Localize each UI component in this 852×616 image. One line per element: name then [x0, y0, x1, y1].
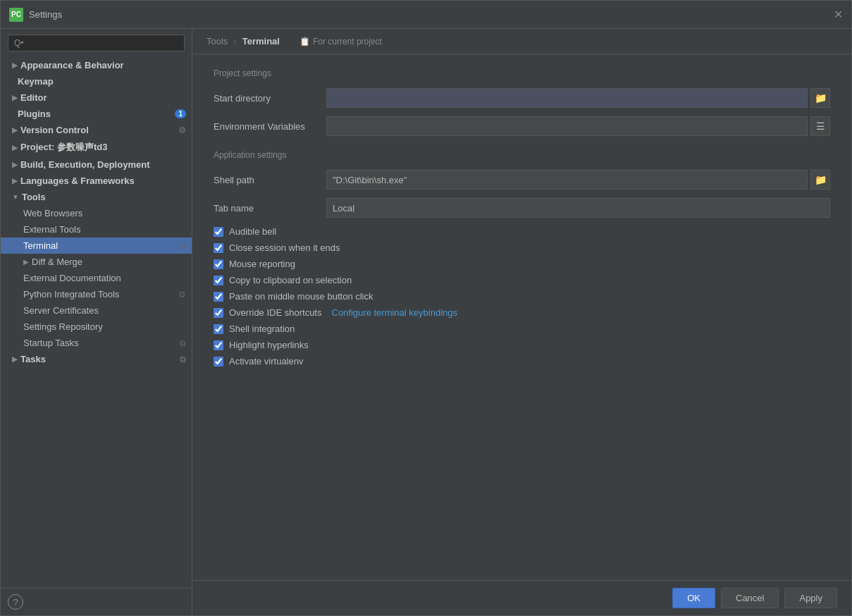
shell-path-browse-button[interactable]: 📁 — [810, 170, 830, 190]
app-icon: PC — [9, 8, 23, 22]
audible-bell-checkbox[interactable] — [214, 227, 223, 237]
start-directory-label: Start directory — [214, 93, 326, 104]
configure-keybindings-link[interactable]: Configure terminal keybindings — [332, 307, 457, 318]
sidebar-item-diff-merge[interactable]: ▶ Diff & Merge — [1, 254, 192, 270]
activate-virtualenv-checkbox[interactable] — [214, 357, 223, 366]
sidebar: Q• ▶ Appearance & Behavior Keymap ▶ Edit… — [1, 29, 192, 615]
search-input[interactable] — [27, 38, 178, 48]
breadcrumb: Tools › Terminal 📋 For current project — [192, 29, 851, 54]
sidebar-item-web-browsers[interactable]: Web Browsers — [1, 205, 192, 221]
arrow-icon: ▶ — [12, 94, 18, 101]
checkbox-close-session: Close session when it ends — [214, 242, 830, 253]
breadcrumb-separator: › — [233, 36, 236, 47]
cancel-button[interactable]: Cancel — [721, 588, 779, 608]
sidebar-item-languages[interactable]: ▶ Languages & Frameworks — [1, 173, 192, 189]
titlebar: PC Settings ✕ — [1, 1, 851, 29]
sidebar-item-label: Languages & Frameworks — [20, 175, 135, 186]
env-variables-label: Environment Variables — [214, 121, 326, 132]
settings-icon: ⚙ — [178, 125, 186, 135]
close-session-checkbox[interactable] — [214, 243, 223, 253]
sidebar-item-keymap[interactable]: Keymap — [1, 73, 192, 90]
sidebar-item-startup-tasks[interactable]: Startup Tasks ⧉ — [1, 335, 192, 351]
checkboxes-container: Audible bell Close session when it ends … — [214, 226, 830, 366]
breadcrumb-project: 📋 For current project — [300, 37, 382, 47]
start-directory-input[interactable] — [326, 88, 808, 108]
sidebar-item-label: Settings Repository — [23, 321, 103, 332]
apply-button[interactable]: Apply — [784, 588, 837, 608]
search-box[interactable]: Q• — [8, 35, 185, 51]
sidebar-item-label: Keymap — [18, 76, 54, 87]
sidebar-item-project[interactable]: ▶ Project: 参数噪声td3 — [1, 138, 192, 156]
env-variables-row: Environment Variables ☰ — [214, 116, 830, 136]
sidebar-bottom: ? — [1, 588, 192, 615]
project-section-title: Project settings — [214, 68, 830, 78]
sidebar-item-label: Python Integrated Tools — [23, 289, 119, 300]
copy-icon: ⧉ — [180, 338, 186, 348]
tab-name-row: Tab name Local — [214, 198, 830, 218]
checkbox-paste-middle: Paste on middle mouse button click — [214, 291, 830, 302]
start-directory-row: Start directory 📁 — [214, 88, 830, 108]
app-icon-text: PC — [11, 11, 21, 18]
paste-middle-label: Paste on middle mouse button click — [229, 291, 373, 302]
shell-integration-label: Shell integration — [229, 324, 295, 334]
sidebar-item-editor[interactable]: ▶ Editor — [1, 90, 192, 106]
checkbox-mouse-reporting: Mouse reporting — [214, 259, 830, 269]
sidebar-item-label: Web Browsers — [23, 208, 82, 218]
override-shortcuts-checkbox[interactable] — [214, 308, 223, 318]
ok-button[interactable]: OK — [672, 588, 715, 608]
checkbox-shell-integration: Shell integration — [214, 324, 830, 334]
shell-path-input[interactable]: "D:\Git\bin\sh.exe" — [326, 170, 808, 190]
sidebar-item-label: Plugins — [18, 109, 51, 119]
close-session-label: Close session when it ends — [229, 242, 340, 253]
checkbox-highlight-hyperlinks: Highlight hyperlinks — [214, 340, 830, 350]
sidebar-item-plugins[interactable]: Plugins 1 — [1, 106, 192, 122]
mouse-reporting-label: Mouse reporting — [229, 259, 295, 269]
sidebar-item-build[interactable]: ▶ Build, Execution, Deployment — [1, 156, 192, 173]
checkbox-copy-clipboard: Copy to clipboard on selection — [214, 275, 830, 285]
audible-bell-label: Audible bell — [229, 226, 276, 237]
highlight-hyperlinks-label: Highlight hyperlinks — [229, 340, 309, 350]
sidebar-item-label: Terminal — [23, 240, 58, 251]
sidebar-item-label: Diff & Merge — [32, 257, 82, 267]
sidebar-item-python-tools[interactable]: Python Integrated Tools ⚙ — [1, 286, 192, 302]
start-directory-browse-button[interactable]: 📁 — [810, 88, 830, 108]
settings-content: Project settings Start directory 📁 Envir… — [192, 54, 851, 580]
sidebar-item-label: Tasks — [20, 354, 46, 364]
arrow-icon: ▶ — [12, 161, 18, 168]
sidebar-item-version-control[interactable]: ▶ Version Control ⚙ — [1, 122, 192, 138]
sidebar-item-server-certs[interactable]: Server Certificates — [1, 302, 192, 319]
sidebar-item-appearance[interactable]: ▶ Appearance & Behavior — [1, 57, 192, 73]
env-variables-input-wrap: ☰ — [326, 116, 830, 136]
sidebar-item-settings-repo[interactable]: Settings Repository — [1, 319, 192, 335]
app-section-title: Application settings — [214, 150, 830, 160]
sidebar-item-label: Build, Execution, Deployment — [20, 159, 149, 170]
window-title: Settings — [29, 9, 62, 20]
copy-clipboard-checkbox[interactable] — [214, 276, 223, 285]
highlight-hyperlinks-checkbox[interactable] — [214, 340, 223, 350]
arrow-icon: ▶ — [12, 144, 18, 152]
copy-icon: ⧉ — [180, 355, 186, 364]
sidebar-item-external-docs[interactable]: External Documentation — [1, 270, 192, 286]
shell-integration-checkbox[interactable] — [214, 324, 223, 334]
sidebar-item-label: Editor — [20, 92, 47, 103]
settings-icon: ⚙ — [178, 290, 186, 300]
bottom-bar: OK Cancel Apply — [192, 580, 851, 615]
mouse-reporting-checkbox[interactable] — [214, 259, 223, 269]
env-variables-input[interactable] — [326, 116, 808, 136]
paste-middle-checkbox[interactable] — [214, 292, 223, 302]
close-button[interactable]: ✕ — [834, 9, 843, 20]
sidebar-item-terminal[interactable]: Terminal ⧉ — [1, 238, 192, 254]
tab-name-input[interactable]: Local — [326, 198, 830, 218]
shell-path-row: Shell path "D:\Git\bin\sh.exe" 📁 — [214, 170, 830, 190]
override-shortcuts-label: Override IDE shortcuts — [229, 307, 322, 318]
sidebar-item-tools[interactable]: ▼ Tools — [1, 189, 192, 205]
sidebar-item-label: Server Certificates — [23, 305, 99, 316]
sidebar-item-external-tools[interactable]: External Tools — [1, 221, 192, 238]
help-button[interactable]: ? — [8, 594, 23, 610]
checkbox-override-shortcuts: Override IDE shortcuts Configure termina… — [214, 307, 830, 318]
settings-window: PC Settings ✕ Q• ▶ Appearance & Behavior… — [0, 0, 852, 616]
plugins-badge: 1 — [175, 109, 186, 118]
env-variables-edit-button[interactable]: ☰ — [810, 116, 830, 136]
copy-clipboard-label: Copy to clipboard on selection — [229, 275, 352, 285]
sidebar-item-tasks[interactable]: ▶ Tasks ⧉ — [1, 351, 192, 367]
